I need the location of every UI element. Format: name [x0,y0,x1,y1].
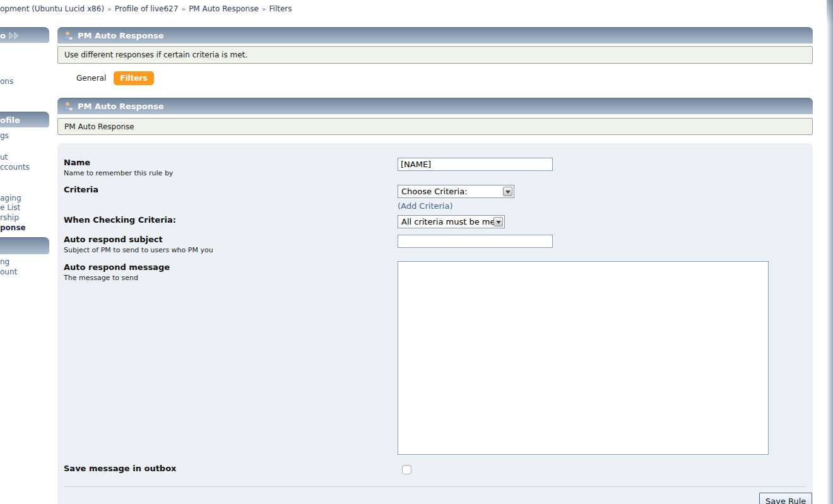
sidebar-section-label: o [0,31,6,40]
title-bar: PM Auto Response [57,118,813,135]
sidebar-item[interactable]: e List [0,203,20,212]
form-row-message: Auto respond message The message to send [64,262,808,283]
chevron-down-icon[interactable] [503,187,512,196]
sidebar-item[interactable]: ons [0,77,13,86]
checking-select[interactable]: All criteria must be met [398,215,505,228]
tab-strip: General Filters [76,71,154,85]
sidebar-item[interactable]: ount [0,267,17,276]
section-title: PM Auto Response [78,102,164,111]
section-header-pm-auto-response: PM Auto Response [57,27,813,44]
person-icon [63,31,73,40]
sidebar-section-label: ofile [0,115,20,125]
outbox-checkbox[interactable] [402,465,411,474]
right-edge-gradient [827,0,833,504]
page: opment (Ubuntu Lucid x86)»Profile of liv… [0,0,833,504]
section-title: PM Auto Response [78,31,164,40]
rule-form-panel: Name Name to remember this rule by Crite… [57,143,813,504]
sidebar-item-pm-auto-response[interactable]: ponse [0,223,26,232]
main-content: PM Auto Response Use different responses… [57,0,813,504]
section-header-pm-auto-response-2: PM Auto Response [57,98,813,114]
name-input[interactable] [398,158,553,171]
profile-sidebar: o ons ofile gs ut ccounts aging e List r… [0,0,49,504]
form-row-outbox: Save message in outbox [64,464,808,474]
message-textarea[interactable] [398,261,769,455]
person-icon [63,102,73,111]
subject-input[interactable] [398,235,553,248]
criteria-select[interactable]: Choose Criteria: [398,185,514,198]
save-rule-button[interactable]: Save Rule [759,493,812,504]
sidebar-section-actions [0,237,49,254]
form-row-checking: When Checking Criteria: All criteria mus… [64,215,808,225]
form-row-name: Name Name to remember this rule by [64,158,808,178]
checking-select-value: All criteria must be met [401,217,499,226]
info-text: Use different responses if certain crite… [64,50,247,59]
chevron-down-icon[interactable] [493,217,503,226]
form-row-criteria: Criteria Choose Criteria: (Add Criteria) [64,185,808,195]
double-chevron-right-icon[interactable] [9,32,20,39]
info-bar: Use different responses if certain crite… [57,46,813,64]
tab-general[interactable]: General [76,74,106,83]
sidebar-item[interactable]: ng [0,257,9,266]
add-criteria-link[interactable]: (Add Criteria) [398,201,453,211]
sidebar-item[interactable]: gs [0,131,9,140]
tab-filters[interactable]: Filters [114,71,153,85]
sidebar-item[interactable]: ccounts [0,163,30,172]
sidebar-section-profile-info: o [0,27,49,43]
sidebar-item[interactable]: aging [0,194,21,202]
criteria-select-value: Choose Criteria: [401,187,468,196]
form-row-subject: Auto respond subject Subject of PM to se… [64,235,808,255]
form-divider [64,486,806,487]
sidebar-item[interactable]: ut [0,153,8,161]
sidebar-section-modify-profile: ofile [0,112,49,127]
title-bar-text: PM Auto Response [64,122,134,131]
sidebar-item[interactable]: rship [0,213,19,222]
outbox-label: Save message in outbox [64,464,808,474]
